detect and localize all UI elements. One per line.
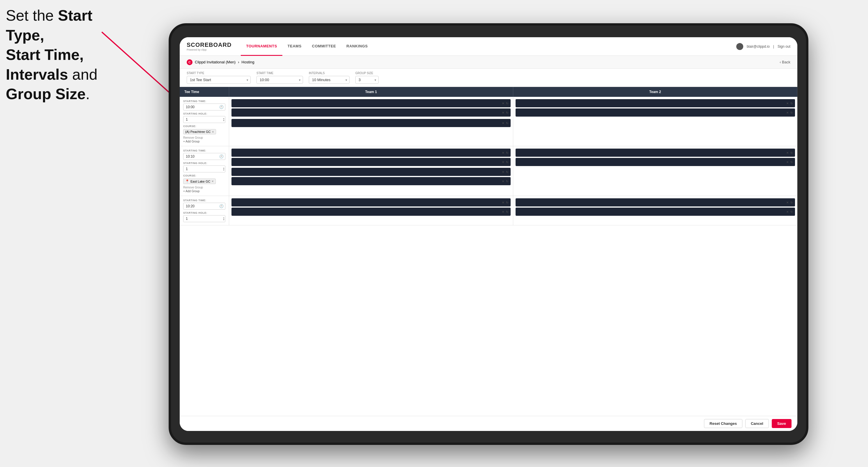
spinner-down-2[interactable]: ▼ <box>223 169 225 171</box>
nav-tournaments[interactable]: TOURNAMENTS <box>241 37 282 56</box>
starting-hole-input-1[interactable] <box>183 116 225 123</box>
start-type-label: Start Type <box>187 71 251 75</box>
tee-column-3: STARTING TIME: 🕙 STARTING HOLE: ▲ ▼ <box>180 196 229 225</box>
action-links-1: Remove Group + Add Group <box>183 136 225 143</box>
slot-refresh-2-2[interactable]: ↻ <box>790 111 793 114</box>
starting-hole-input-3[interactable] <box>183 215 225 222</box>
slot-refresh-1-2[interactable]: ↻ <box>506 111 508 114</box>
spinner-down-1[interactable]: ▼ <box>223 120 225 122</box>
slot-refresh-1-1[interactable]: ↻ <box>506 102 508 105</box>
group-row-3: STARTING TIME: 🕙 STARTING HOLE: ▲ ▼ <box>180 196 797 225</box>
starting-hole-spinner-2: ▲ ▼ <box>183 165 225 173</box>
reset-button[interactable]: Reset Changes <box>704 419 742 428</box>
save-button[interactable]: Save <box>772 419 792 428</box>
slot-refresh-1-3[interactable]: ↻ <box>506 122 508 125</box>
spinner-up-2[interactable]: ▲ <box>223 167 225 169</box>
slot-refresh-g3-1-2[interactable]: ↻ <box>506 210 508 213</box>
logo-text: SCOREBOARD <box>187 41 231 48</box>
page-name: Hosting <box>242 60 254 64</box>
starting-hole-input-2[interactable] <box>183 165 225 173</box>
player-slot-g2-1-2: ✕ ↻ <box>231 158 510 166</box>
player-slot-g2-2-2: ✕ ↻ <box>516 158 795 166</box>
slot-refresh-g2-1-4[interactable]: ↻ <box>506 180 508 183</box>
user-avatar <box>736 43 743 50</box>
slot-x-2-2[interactable]: ✕ <box>786 111 788 114</box>
spinner-down-3[interactable]: ▼ <box>223 219 225 221</box>
add-group-2[interactable]: + Add Group <box>183 190 225 193</box>
slot-refresh-g3-2-2[interactable]: ↻ <box>790 210 793 213</box>
user-email: blair@clippd.io <box>747 44 770 49</box>
slot-x-g2-1-3[interactable]: ✕ <box>502 170 504 174</box>
spinner-up-3[interactable]: ▲ <box>223 217 225 219</box>
slot-refresh-g3-1-1[interactable]: ↻ <box>506 201 508 204</box>
slot-x-1-3[interactable]: ✕ <box>502 122 504 125</box>
course-name-2: East Lake GC <box>190 180 210 183</box>
slot-x-2-1[interactable]: ✕ <box>786 102 788 105</box>
slot-x-g3-1-1[interactable]: ✕ <box>502 201 504 204</box>
course-tag-remove-1[interactable]: ✕ <box>212 130 214 133</box>
starting-time-input-wrap-1: 🕙 <box>183 103 225 111</box>
slot-refresh-g2-1-1[interactable]: ↻ <box>506 151 508 154</box>
starting-hole-label-3: STARTING HOLE: <box>183 211 225 214</box>
starting-hole-label-1: STARTING HOLE: <box>183 112 225 115</box>
intervals-select[interactable]: 10 Minutes 5 Minutes 15 Minutes 20 Minut… <box>309 76 349 84</box>
spinner-btns-3: ▲ ▼ <box>223 217 225 221</box>
starting-time-input-wrap-2: 🕙 <box>183 153 225 160</box>
course-icon-2: 📍 <box>185 179 189 183</box>
player-slot-g2-1-1: ✕ ↻ <box>231 149 510 157</box>
start-time-select[interactable]: 10:00 <box>256 76 303 84</box>
annotation-bold-3: Intervals <box>6 66 68 83</box>
spinner-btns-2: ▲ ▼ <box>223 167 225 171</box>
remove-group-2[interactable]: Remove Group <box>183 186 225 189</box>
slot-x-g2-1-2[interactable]: ✕ <box>502 160 504 164</box>
group-row-2: STARTING TIME: 🕙 STARTING HOLE: ▲ ▼ COUR… <box>180 146 797 196</box>
navbar: SCOREBOARD Powered by clipp TOURNAMENTS … <box>180 37 797 56</box>
spinner-up-1[interactable]: ▲ <box>223 118 225 120</box>
nav-rankings[interactable]: RANKINGS <box>341 37 373 56</box>
nav-right: blair@clippd.io | Sign out <box>736 43 790 50</box>
slot-x-g3-2-1[interactable]: ✕ <box>786 201 788 204</box>
slot-refresh-g2-2-2[interactable]: ↻ <box>790 160 793 164</box>
slot-x-g2-1-1[interactable]: ✕ <box>502 151 504 154</box>
intervals-group: Intervals 10 Minutes 5 Minutes 15 Minute… <box>309 71 349 84</box>
header-team2: Team 2 <box>513 87 797 97</box>
slot-refresh-2-1[interactable]: ↻ <box>790 102 793 105</box>
team1-column-1: ✕ ↻ ✕ ↻ ✕ ↻ <box>229 97 513 146</box>
cancel-button[interactable]: Cancel <box>745 419 769 428</box>
group-size-select-wrap: 3 2 4 <box>355 76 379 84</box>
slot-x-g2-2-1[interactable]: ✕ <box>786 151 788 154</box>
group-size-select[interactable]: 3 2 4 <box>355 76 379 84</box>
tournament-breadcrumb[interactable]: Clippd Invitational (Men) <box>195 60 236 64</box>
nav-teams[interactable]: TEAMS <box>282 37 307 56</box>
logo-sub: Powered by clipp <box>187 48 231 51</box>
group-row-1: STARTING TIME: 🕙 STARTING HOLE: ▲ ▼ COUR… <box>180 97 797 146</box>
slot-x-1-1[interactable]: ✕ <box>502 102 504 105</box>
slot-x-g2-2-2[interactable]: ✕ <box>786 160 788 164</box>
slot-x-1-2[interactable]: ✕ <box>502 111 504 114</box>
sign-out-link[interactable]: Sign out <box>778 44 790 49</box>
slot-x-g3-2-2[interactable]: ✕ <box>786 210 788 213</box>
start-type-select[interactable]: 1st Tee Start Shotgun Start Rolling Star… <box>187 76 251 84</box>
header-tee-time: Tee Time <box>180 87 229 97</box>
clock-icon-1: 🕙 <box>219 105 224 109</box>
logo-area: SCOREBOARD Powered by clipp <box>187 41 231 51</box>
team2-column-1: ✕ ↻ ✕ ↻ <box>513 97 797 146</box>
course-tag-remove-2[interactable]: ✕ <box>211 180 214 183</box>
action-links-2: Remove Group + Add Group <box>183 186 225 193</box>
add-group-1[interactable]: + Add Group <box>183 140 225 143</box>
bottom-bar: Reset Changes Cancel Save <box>180 416 797 431</box>
remove-group-1[interactable]: Remove Group <box>183 136 225 139</box>
intervals-select-wrap: 10 Minutes 5 Minutes 15 Minutes 20 Minut… <box>309 76 349 84</box>
slot-refresh-g3-2-1[interactable]: ↻ <box>790 201 793 204</box>
slot-x-g2-1-4[interactable]: ✕ <box>502 180 504 183</box>
slot-x-g3-1-2[interactable]: ✕ <box>502 210 504 213</box>
header-team1: Team 1 <box>229 87 513 97</box>
slot-refresh-g2-1-2[interactable]: ↻ <box>506 160 508 164</box>
back-button[interactable]: ‹ Back <box>780 60 790 64</box>
nav-separator: | <box>773 44 774 49</box>
nav-committee[interactable]: COMMITTEE <box>307 37 341 56</box>
slot-refresh-g2-1-3[interactable]: ↻ <box>506 170 508 174</box>
slot-refresh-g2-2-1[interactable]: ↻ <box>790 151 793 154</box>
group-size-label: Group Size <box>355 71 379 75</box>
start-type-group: Start Type 1st Tee Start Shotgun Start R… <box>187 71 251 84</box>
